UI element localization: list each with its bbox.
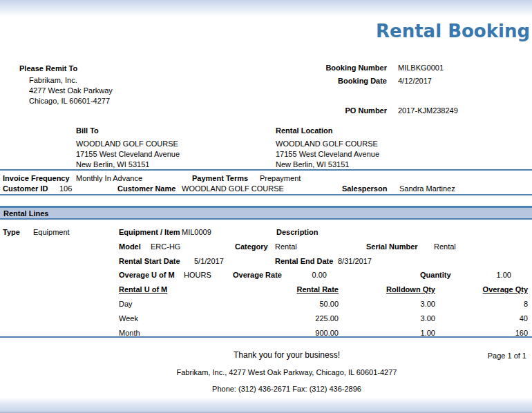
page-title: Rental Booking xyxy=(376,21,530,41)
booking-date-value: 4/12/2017 xyxy=(398,76,432,86)
category-label: Category xyxy=(235,242,268,251)
bill-to-line-3: New Berlin, WI 53151 xyxy=(76,160,149,169)
booking-number-value: MILBKG0001 xyxy=(398,63,444,73)
type-label: Type xyxy=(3,227,20,237)
rental-end-date-value: 8/31/2017 xyxy=(338,256,372,266)
rate-row1-rolldown: 3.00 xyxy=(366,299,435,309)
rate-table-header-rate: Rental Rate xyxy=(269,285,339,294)
overage-uofm-label: Overage U of M xyxy=(119,270,175,280)
model-value: ERC-HG xyxy=(151,242,180,251)
rental-location-label: Rental Location xyxy=(276,126,333,135)
top-gradient-band xyxy=(0,0,532,17)
rate-table-header-overage: Overage Qty xyxy=(459,285,528,294)
rental-location-line-1: WOODLAND GOLF COURSE xyxy=(276,139,378,148)
model-label: Model xyxy=(119,242,141,251)
rental-location-line-2: 17155 West Cleveland Avenue xyxy=(276,149,379,159)
rate-table-header-rolldown: Rolldown Qty xyxy=(366,285,435,294)
po-number-value: 2017-KJM238249 xyxy=(398,106,458,115)
bill-to-line-1: WOODLAND GOLF COURSE xyxy=(76,139,178,148)
customer-id-label: Customer ID xyxy=(3,184,48,193)
footer-company-line: Fabrikam, Inc., 4277 West Oak Parkway, C… xyxy=(69,367,504,377)
customer-name-value: WOODLAND GOLF COURSE xyxy=(182,184,284,193)
quantity-value: 1.00 xyxy=(456,270,511,280)
rental-booking-report: Rental Booking Please Remit To Fabrikam,… xyxy=(0,0,532,413)
remit-to-label: Please Remit To xyxy=(19,64,77,73)
rate-row2-overage: 40 xyxy=(459,314,528,323)
remit-line-2: 4277 West Oak Parkway xyxy=(29,86,113,95)
payment-terms-value: Prepayment xyxy=(260,173,301,183)
rental-start-date-value: 5/1/2017 xyxy=(194,256,224,266)
remit-line-1: Fabrikam, Inc. xyxy=(29,75,77,85)
invoice-frequency-label: Invoice Frequency xyxy=(3,173,70,183)
footer-phone-line: Phone: (312) 436-2671 Fax: (312) 436-289… xyxy=(69,384,504,394)
rate-row1-rate: 50.00 xyxy=(269,299,339,309)
salesperson-label: Salesperson xyxy=(342,184,387,193)
category-value: Rental xyxy=(275,242,297,251)
quantity-label: Quantity xyxy=(420,270,451,280)
bill-to-label: Bill To xyxy=(76,126,99,135)
overage-rate-value: 0.00 xyxy=(269,270,327,280)
footer-thanks: Thank you for your business! xyxy=(69,350,504,360)
type-value: Equipment xyxy=(33,227,70,237)
serial-number-label: Serial Number xyxy=(366,242,418,251)
overage-uofm-value: HOURS xyxy=(184,270,211,280)
booking-date-label: Booking Date xyxy=(263,76,387,86)
bottom-gradient-band xyxy=(0,397,532,413)
rate-row2-rolldown: 3.00 xyxy=(366,314,435,323)
rate-row2-rate: 225.00 xyxy=(269,314,339,323)
equipment-item-label: Equipment / Item xyxy=(119,227,180,237)
rental-lines-section-title: Rental Lines xyxy=(3,209,48,218)
rate-row1-uofm: Day xyxy=(119,299,133,309)
footer-page-number: Page 1 of 1 xyxy=(444,351,526,361)
rental-lines-section-header: Rental Lines xyxy=(0,206,532,220)
serial-number-value: Rental xyxy=(434,242,456,251)
rental-location-line-3: New Berlin, WI 53151 xyxy=(276,160,349,169)
divider-top xyxy=(0,169,532,171)
divider-terms-bottom xyxy=(0,194,532,195)
rate-table-header-uofm: Rental U of M xyxy=(119,285,167,294)
rental-end-date-label: Rental End Date xyxy=(275,256,333,266)
bill-to-line-2: 17155 West Cleveland Avenue xyxy=(76,149,180,159)
rate-row1-overage: 8 xyxy=(459,299,528,309)
rental-start-date-label: Rental Start Date xyxy=(119,256,180,266)
payment-terms-label: Payment Terms xyxy=(192,173,248,183)
rate-row2-uofm: Week xyxy=(119,314,138,323)
customer-id-value: 106 xyxy=(59,184,72,193)
booking-number-label: Booking Number xyxy=(263,63,387,73)
customer-name-label: Customer Name xyxy=(117,184,175,193)
invoice-frequency-value: Monthly In Advance xyxy=(76,173,142,183)
description-label: Description xyxy=(276,227,319,237)
remit-line-3: Chicago, IL 60601-4277 xyxy=(29,96,110,106)
divider-bottom xyxy=(0,336,532,338)
po-number-label: PO Number xyxy=(263,106,387,115)
salesperson-value: Sandra Martinez xyxy=(399,184,455,193)
equipment-item-value: MIL0009 xyxy=(182,227,211,237)
